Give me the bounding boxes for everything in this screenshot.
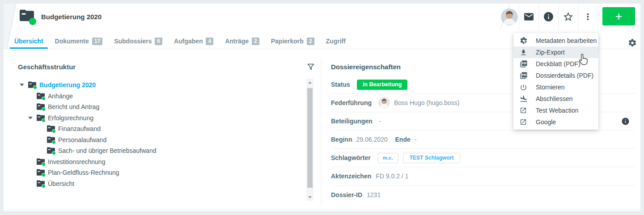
tab-subdossiers[interactable]: Subdossiers 6: [110, 36, 167, 49]
funnel-icon: [307, 63, 315, 71]
user-avatar-button[interactable]: [500, 4, 519, 30]
avatar: [378, 97, 390, 109]
add-button[interactable]: +: [602, 7, 635, 25]
tab-uebersicht[interactable]: Übersicht: [10, 36, 48, 49]
tab-label: Anträge: [225, 38, 249, 45]
folder-icon: [47, 125, 55, 132]
menu-item-test-webaction[interactable]: Test Webaction: [513, 105, 598, 116]
tree-item-personalaufwand[interactable]: Personalaufwand: [18, 135, 300, 146]
avatar: [501, 8, 518, 25]
kebab-menu-icon: [583, 12, 593, 22]
dossier-card: Budgetierung 2020: [4, 4, 640, 211]
status-dot: [42, 173, 46, 177]
tree-item-uebersicht[interactable]: Übersicht: [18, 178, 300, 190]
menu-item-dossierdetails-pdf[interactable]: Dossierdetails (PDF): [513, 70, 598, 81]
gear-edit-icon: [520, 37, 528, 45]
menu-item-label: Deckblatt (PDF): [536, 60, 580, 67]
menu-item-stornieren[interactable]: Stornieren: [513, 81, 598, 93]
tree-item-budgetierung-2020[interactable]: Budgetierung 2020: [18, 80, 300, 91]
business-structure-tree: Budgetierung 2020 Anhänge Bericht und An…: [18, 80, 300, 189]
tab-count-badge: 4: [206, 38, 213, 45]
app-root: { "header": { "title": "Budgetierung 202…: [0, 0, 644, 215]
tree-item-anhaenge[interactable]: Anhänge: [18, 91, 300, 102]
tree-item-investitionsrechnung[interactable]: Investitionsrechnung: [18, 156, 300, 168]
tree-item-sach-und-uebriger-betriebsaufwand[interactable]: Sach- und übriger Betriebsaufwand: [18, 145, 300, 156]
tree-item-erfolgsrechnung[interactable]: Erfolgsrechnung: [18, 113, 300, 124]
property-value: 29.06.2020: [356, 136, 387, 143]
properties-panel-title: Dossiereigenschaften: [331, 63, 401, 71]
gear-icon: [628, 38, 637, 47]
chevron-down-icon[interactable]: [28, 117, 37, 119]
keyword-chip[interactable]: m.c.: [377, 153, 398, 163]
dossier-folder-icon: [20, 9, 35, 24]
property-row-aktenzeichen: Aktenzeichen FD 9.0.2 / 1: [331, 167, 635, 185]
tree-panel-title: Geschäftsstruktur: [18, 63, 76, 71]
menu-item-abschliessen[interactable]: Abschliessen: [513, 93, 598, 105]
info-icon: [621, 117, 630, 126]
info-icon: [543, 11, 554, 22]
status-dot: [52, 129, 56, 133]
keyword-chip[interactable]: TEST Schlagwort: [403, 153, 461, 163]
tree-item-plan-geldfluss-rechnung[interactable]: Plan-Geldfluss-Rechnung: [18, 167, 300, 178]
property-row-dates: Beginn 29.06.2020 Ende -: [331, 131, 635, 149]
scroll-down-arrow[interactable]: [306, 194, 314, 200]
property-label: Schlagwörter: [331, 154, 371, 161]
scroll-up-arrow[interactable]: [306, 80, 314, 85]
tree-scrollbar[interactable]: [306, 79, 314, 201]
tree-item-finanzaufwand[interactable]: Finanzaufwand: [18, 123, 300, 135]
status-dot: [42, 118, 46, 122]
mail-icon: [523, 11, 534, 22]
page-title: Budgetierung 2020: [41, 13, 102, 21]
pdf-icon: [520, 72, 528, 80]
footer-divider: [4, 209, 640, 210]
tab-papierkorb[interactable]: Papierkorb 2: [267, 36, 319, 49]
menu-item-deckblatt-pdf[interactable]: Deckblatt (PDF): [513, 58, 598, 70]
chevron-down-icon[interactable]: [20, 84, 28, 86]
pdf-icon: [520, 60, 528, 68]
property-row-dossier-id: Dossier-ID 1231: [331, 185, 635, 204]
more-actions-button[interactable]: [578, 4, 598, 30]
status-dot: [33, 85, 37, 89]
download-icon: [520, 48, 528, 56]
status-dot: [42, 184, 46, 188]
tab-antraege[interactable]: Anträge 2: [220, 36, 264, 49]
tab-zugriff[interactable]: Zugriff: [322, 36, 350, 49]
folder-icon: [37, 158, 45, 165]
property-value[interactable]: Boss Hugo (hugo.boss): [394, 99, 459, 106]
tree-item-bericht-und-antrag[interactable]: Bericht und Antrag: [18, 101, 300, 113]
property-row-schlagwoerter: Schlagwörter m.c. TEST Schlagwort: [331, 149, 635, 167]
menu-item-label: Zip-Export: [536, 49, 565, 56]
info-button[interactable]: [539, 4, 559, 30]
mail-button[interactable]: [519, 4, 539, 30]
folder-icon: [28, 81, 36, 89]
property-value: FD 9.0.2 / 1: [376, 173, 408, 180]
menu-item-label: Dossierdetails (PDF): [536, 72, 593, 79]
tab-count-badge: 17: [92, 38, 102, 45]
favorite-button[interactable]: [559, 4, 578, 30]
property-label: Beteiligungen: [331, 118, 373, 125]
open-new-icon: [520, 106, 528, 114]
filter-button[interactable]: [307, 63, 315, 71]
tab-dokumente[interactable]: Dokumente 17: [51, 36, 107, 49]
property-label: Aktenzeichen: [331, 173, 371, 180]
folder-icon: [37, 103, 45, 110]
row-info-button[interactable]: [621, 117, 630, 126]
menu-item-zip-export[interactable]: Zip-Export: [513, 46, 598, 58]
tab-label: Dokumente: [55, 38, 89, 45]
property-label: Beginn: [331, 136, 352, 143]
property-value: 1231: [367, 191, 381, 198]
header-toolbar: [500, 4, 598, 30]
menu-item-label: Google: [536, 118, 556, 126]
property-label: Ende: [395, 136, 411, 143]
status-dot: [42, 162, 46, 166]
scrollbar-thumb[interactable]: [307, 88, 313, 188]
menu-item-label: Test Webaction: [536, 107, 578, 114]
menu-item-google[interactable]: Google: [513, 116, 598, 128]
status-badge: In Bearbeitung: [357, 80, 408, 90]
property-label: Status: [331, 81, 350, 88]
menu-item-metadaten-bearbeiten[interactable]: Metadaten bearbeiten: [513, 35, 598, 46]
tab-label: Papierkorb: [271, 38, 304, 45]
settings-gear-button[interactable]: [628, 38, 637, 47]
panel-divider: [321, 58, 322, 206]
tab-aufgaben[interactable]: Aufgaben 4: [169, 36, 218, 49]
